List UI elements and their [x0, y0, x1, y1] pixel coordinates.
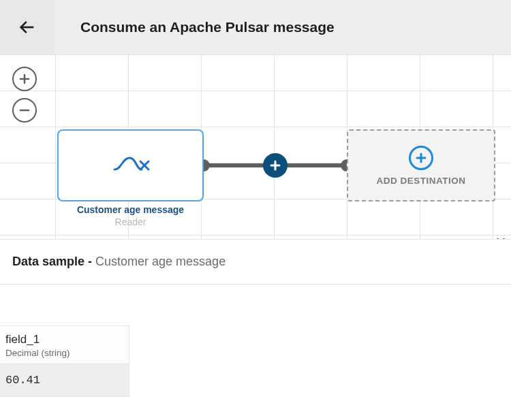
data-sample-panel: Data sample - Customer age message field… — [0, 239, 511, 397]
zoom-out-button[interactable] — [12, 98, 37, 123]
source-node-labels: Customer age message Reader — [57, 204, 204, 227]
table-cell[interactable]: 60.41 — [0, 364, 129, 397]
zoom-controls — [12, 67, 37, 123]
add-processor-button[interactable] — [263, 153, 288, 178]
pipeline-canvas[interactable]: ADD DESTINATION Customer age message Rea… — [0, 54, 511, 239]
canvas-resize-handle[interactable]: .. — [496, 229, 508, 239]
reader-icon — [112, 153, 150, 178]
data-sample-source: Customer age message — [95, 255, 226, 268]
add-destination-card[interactable]: ADD DESTINATION — [347, 129, 495, 201]
add-destination-label: ADD DESTINATION — [377, 176, 466, 186]
source-node-title: Customer age message — [57, 204, 204, 215]
source-node[interactable] — [57, 129, 204, 201]
add-destination-plus — [409, 146, 433, 170]
plus-icon — [269, 159, 281, 172]
column-type: Decimal (string) — [5, 348, 123, 358]
pipeline-flow: ADD DESTINATION — [57, 129, 511, 201]
page-title: Consume an Apache Pulsar message — [80, 19, 335, 35]
pipeline-edge — [204, 163, 347, 167]
data-sample-header: Data sample - Customer age message — [0, 240, 511, 285]
zoom-in-button[interactable] — [12, 67, 37, 91]
plus-icon — [415, 152, 427, 164]
data-sample-prefix: Data sample - — [12, 255, 95, 268]
arrow-left-icon — [18, 18, 37, 37]
back-button[interactable] — [0, 0, 55, 54]
column-name: field_1 — [5, 333, 123, 346]
minus-icon — [18, 104, 31, 116]
header-bar: Consume an Apache Pulsar message — [0, 0, 511, 54]
column-header[interactable]: field_1 Decimal (string) — [0, 325, 129, 364]
plus-icon — [18, 73, 31, 85]
data-sample-table: field_1 Decimal (string) 60.41 — [0, 285, 511, 397]
source-node-subtitle: Reader — [57, 216, 204, 227]
